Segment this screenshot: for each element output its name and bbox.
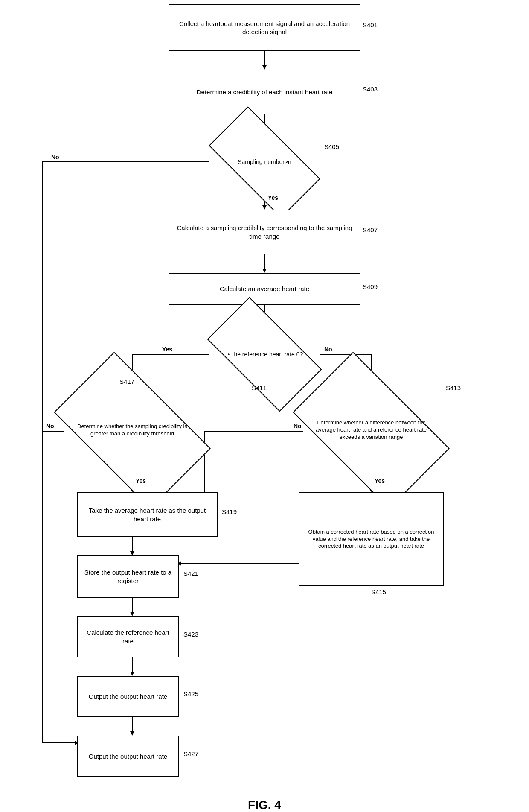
s415-box: Obtain a corrected heart rate based on a… — [299, 492, 444, 586]
s401-box: Collect a heartbeat measurement signal a… — [169, 4, 360, 51]
svg-marker-35 — [130, 612, 134, 616]
s427-box: Output the output heart rate — [77, 736, 179, 777]
s411-label: S411 — [252, 384, 267, 391]
s425-label: S425 — [183, 690, 198, 698]
flowchart: Collect a heartbeat measurement signal a… — [0, 0, 529, 790]
svg-marker-9 — [262, 205, 267, 210]
s423-label: S423 — [183, 631, 198, 638]
s417-no-label: No — [46, 423, 54, 429]
s413-no-label: No — [294, 423, 302, 429]
s407-box: Calculate a sampling credibility corresp… — [169, 210, 360, 254]
s411-no-label: No — [324, 346, 332, 353]
s423-box: Calculate the reference heart rate — [77, 616, 179, 657]
s407-label: S407 — [363, 226, 378, 234]
s419-box: Take the average heart rate as the outpu… — [77, 492, 218, 537]
svg-marker-11 — [262, 269, 267, 273]
s405-yes-label: Yes — [268, 194, 278, 201]
s415-label: S415 — [371, 588, 386, 596]
s421-label: S421 — [183, 570, 198, 577]
s405-no-label: No — [51, 154, 59, 161]
s409-label: S409 — [363, 283, 378, 290]
s421-box: Store the output heart rate to a registe… — [77, 555, 179, 598]
s417-yes-label: Yes — [136, 477, 146, 484]
svg-marker-1 — [262, 65, 267, 70]
s417-label: S417 — [119, 378, 134, 385]
s403-label: S403 — [363, 85, 378, 93]
s425-box: Output the output heart rate — [77, 676, 179, 717]
svg-marker-24 — [130, 551, 134, 555]
s411-diamond: Is the reference heart rate 0? — [209, 323, 320, 386]
svg-marker-39 — [130, 731, 134, 736]
svg-marker-37 — [130, 672, 134, 676]
s405-label: S405 — [324, 143, 339, 150]
s409-box: Calculate an average heart rate — [169, 273, 360, 305]
s417-diamond: Determine whether the sampling credibili… — [60, 386, 205, 474]
s427-label: S427 — [183, 750, 198, 757]
s413-diamond: Determine whether a difference between t… — [299, 386, 444, 474]
s413-yes-label: Yes — [375, 477, 385, 484]
s419-label: S419 — [222, 508, 237, 515]
s401-label: S401 — [363, 21, 378, 29]
figure-caption: FIG. 4 — [0, 790, 529, 812]
s411-yes-label: Yes — [162, 346, 172, 353]
s405-diamond: Sampling number>n — [209, 133, 320, 191]
s413-label: S413 — [446, 384, 461, 391]
s403-box: Determine a credibility of each instant … — [169, 70, 360, 114]
